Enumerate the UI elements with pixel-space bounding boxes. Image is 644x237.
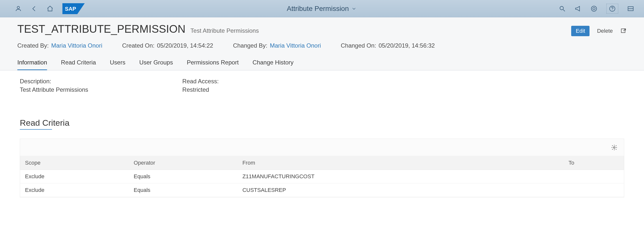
col-scope: Scope	[20, 156, 129, 170]
meta-created-by: Created By: Maria Vittoria Onori	[17, 42, 102, 49]
search-icon[interactable]	[559, 5, 566, 12]
read-criteria-table-wrap: Scope Operator From To Exclude Equals Z1…	[20, 139, 624, 197]
read-criteria-table: Scope Operator From To Exclude Equals Z1…	[20, 156, 624, 197]
edit-button[interactable]: Edit	[571, 26, 590, 36]
panel-icon[interactable]	[627, 5, 634, 12]
meta-label: Changed By:	[233, 42, 268, 49]
sap-logo: SAP	[62, 3, 85, 14]
col-to: To	[564, 156, 624, 170]
tab-users[interactable]: Users	[110, 59, 125, 70]
shell-left: SAP	[15, 3, 85, 14]
target-icon[interactable]	[590, 5, 598, 12]
created-by-link[interactable]: Maria Vittoria Onori	[51, 42, 102, 49]
table-toolbar	[20, 139, 624, 156]
read-access-label: Read Access:	[182, 78, 219, 85]
cell-to	[564, 183, 624, 197]
shell-title: Attribute Permission	[287, 5, 349, 13]
meta-created-on: Created On: 05/20/2019, 14:54:22	[122, 42, 213, 49]
info-read-access: Read Access: Restricted	[182, 78, 219, 93]
info-grid: Description: Test Attribute Permissions …	[20, 78, 624, 93]
svg-point-3	[560, 6, 564, 10]
tab-permissions-report[interactable]: Permissions Report	[187, 59, 238, 70]
cell-from: Z11MANUFACTURINGCOST	[238, 170, 564, 183]
col-from: From	[238, 156, 564, 170]
info-description: Description: Test Attribute Permissions	[20, 78, 88, 93]
page-title: TEST_ATTRIBUTE_PERMISSION	[17, 23, 186, 35]
tab-user-groups[interactable]: User Groups	[139, 59, 173, 70]
svg-point-5	[592, 6, 597, 11]
shell-right	[559, 4, 634, 14]
home-icon[interactable]	[46, 5, 54, 12]
cell-from: CUSTSALESREP	[238, 183, 564, 197]
changed-by-link[interactable]: Maria Vittoria Onori	[270, 42, 321, 49]
table-row[interactable]: Exclude Equals Z11MANUFACTURINGCOST	[20, 170, 624, 183]
shell-title-wrap[interactable]: Attribute Permission	[85, 5, 559, 13]
share-icon[interactable]	[620, 28, 627, 34]
title-row: TEST_ATTRIBUTE_PERMISSION Test Attribute…	[17, 23, 627, 36]
meta-row: Created By: Maria Vittoria Onori Created…	[17, 42, 627, 49]
help-icon	[609, 6, 616, 12]
svg-point-8	[612, 10, 612, 11]
delete-button[interactable]: Delete	[596, 28, 614, 35]
read-criteria-title: Read Criteria	[20, 118, 624, 128]
content: Description: Test Attribute Permissions …	[0, 70, 644, 212]
svg-text:SAP: SAP	[65, 6, 76, 12]
cell-to	[564, 170, 624, 183]
changed-on-value: 05/20/2019, 14:56:32	[378, 42, 435, 49]
title-actions: Edit Delete	[571, 26, 627, 36]
meta-changed-by: Changed By: Maria Vittoria Onori	[233, 42, 321, 49]
tab-change-history[interactable]: Change History	[253, 59, 294, 70]
cell-operator: Equals	[129, 183, 238, 197]
tab-read-criteria[interactable]: Read Criteria	[61, 59, 96, 70]
shell-bar: SAP Attribute Permission	[0, 0, 644, 17]
meta-label: Created By:	[17, 42, 49, 49]
created-on-value: 05/20/2019, 14:54:22	[157, 42, 213, 49]
col-operator: Operator	[129, 156, 238, 170]
page-subtitle: Test Attribute Permissions	[190, 27, 259, 34]
user-icon[interactable]	[15, 5, 22, 12]
description-value: Test Attribute Permissions	[20, 86, 88, 93]
read-access-value: Restricted	[182, 86, 219, 93]
cell-operator: Equals	[129, 170, 238, 183]
chevron-down-icon	[351, 6, 357, 12]
meta-label: Created On:	[122, 42, 154, 49]
object-header: TEST_ATTRIBUTE_PERMISSION Test Attribute…	[0, 17, 644, 70]
megaphone-icon[interactable]	[575, 5, 582, 12]
svg-rect-11	[621, 29, 625, 33]
description-label: Description:	[20, 78, 88, 85]
meta-label: Changed On:	[341, 42, 376, 49]
section-underline	[20, 129, 52, 130]
tabs: Information Read Criteria Users User Gro…	[17, 59, 627, 70]
cell-scope: Exclude	[20, 170, 129, 183]
svg-point-0	[17, 6, 19, 9]
table-row[interactable]: Exclude Equals CUSTSALESREP	[20, 183, 624, 197]
help-button[interactable]	[606, 4, 618, 14]
gear-icon[interactable]	[611, 144, 618, 151]
meta-changed-on: Changed On: 05/20/2019, 14:56:32	[341, 42, 435, 49]
table-header-row: Scope Operator From To	[20, 156, 624, 170]
svg-line-4	[563, 10, 565, 11]
svg-point-13	[614, 146, 615, 148]
svg-point-6	[593, 8, 595, 10]
tab-information[interactable]: Information	[17, 59, 47, 70]
cell-scope: Exclude	[20, 183, 129, 197]
back-icon[interactable]	[31, 5, 38, 12]
